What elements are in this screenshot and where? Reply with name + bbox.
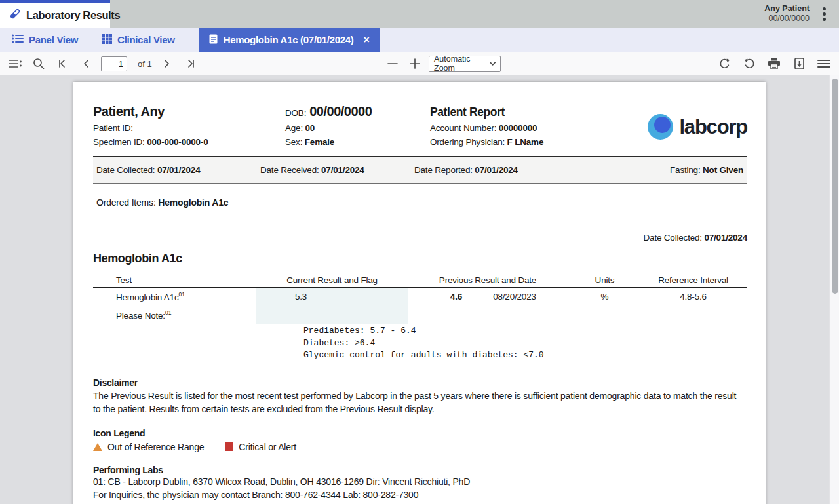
disclaimer-title: Disclaimer [93,378,747,388]
age-line: Age: 00 [285,123,430,133]
disclaimer-text: The Previous Result is listed for the mo… [93,389,745,416]
current-result-value: 5.3 [256,288,408,305]
please-note-row: Please Note:01 [93,305,747,324]
pdf-toolbar: of 1 [0,52,839,75]
col-test: Test [93,275,256,285]
next-page-button[interactable] [159,55,176,72]
previous-result-value: 4.6 [408,292,462,301]
last-page-button[interactable] [182,55,199,72]
tab-panel-view[interactable]: Panel View [0,28,90,52]
document-icon [209,34,218,46]
units-value: % [567,292,642,301]
previous-result-date: 08/20/2023 [462,292,567,301]
divider [93,366,747,366]
ordered-items-line: Ordered Items: Hemoglobin A1c [93,197,747,208]
tab-panel-view-label: Panel View [29,34,78,45]
report-info-block: Patient Report Account Number: 00000000 … [430,104,627,147]
col-units: Units [567,275,642,285]
test-name: Hemoglobin A1c01 [93,291,256,302]
toggle-sidebar-button[interactable] [7,55,24,72]
date-reported: Date Reported: 07/01/2024 [414,165,670,175]
divider [93,183,747,184]
patient-identity-block: Patient, Any Patient ID: Specimen ID: 00… [93,104,285,147]
patient-name: Patient, Any [93,104,285,119]
vertical-scrollbar[interactable] [829,75,839,504]
please-note-text: Prediabetes: 5.7 - 6.4 Diabetes: >6.4 Gl… [303,325,747,362]
search-icon[interactable] [30,55,47,72]
app-window: Laboratory Results Any Patient 00/00/000… [0,0,839,504]
zoom-level-value: Automatic Zoom [434,54,490,73]
ordering-physician-line: Ordering Physician: F LName [430,137,627,147]
report-header: Patient, Any Patient ID: Specimen ID: 00… [93,95,747,147]
report-title: Patient Report [430,104,627,119]
pdf-viewer-area: Patient, Any Patient ID: Specimen ID: 00… [0,75,839,504]
specimen-dates-row: Date Collected: 07/01/2024 Date Received… [93,157,747,183]
print-icon[interactable] [766,55,783,72]
performing-labs-title: Performing Labs [93,465,747,475]
section-title: Hemoglobin A1c [93,252,747,265]
rotate-clockwise-button[interactable] [716,55,733,72]
icon-legend-title: Icon Legend [93,428,747,438]
app-brand[interactable]: Laboratory Results [0,0,110,28]
tab-clinical-view[interactable]: Clinical View [90,28,187,52]
report-page: Patient, Any Patient ID: Specimen ID: 00… [73,82,766,504]
patient-context: Any Patient 00/00/0000 [764,4,810,24]
overflow-menu-button[interactable] [819,5,830,24]
patient-demographics-block: DOB: 00/00/0000 Age: 00 Sex: Female [285,104,430,147]
reference-interval-value: 4.8-5.6 [642,292,744,301]
scrollbar-thumb[interactable] [832,79,838,294]
section-date-collected: Date Collected: 07/01/2024 [93,233,747,242]
dob-line: DOB: 00/00/0000 [285,104,430,119]
performing-lab-contact-line: For Inquiries, the physician may contact… [93,488,747,501]
col-reference-interval: Reference Interval [642,275,744,285]
chevron-down-icon [490,62,496,66]
out-of-range-label: Out of Reference Range [107,442,204,452]
grid-icon [102,34,112,46]
labcorp-logo-text: labcorp [679,115,747,139]
page-count-label: of 1 [138,59,152,69]
zoom-out-button[interactable] [384,55,401,72]
patient-context-dob: 00/00/0000 [764,14,810,24]
patient-context-name: Any Patient [764,4,810,14]
performing-lab-line: 01: CB - Labcorp Dublin, 6370 Wilcox Roa… [93,475,747,488]
critical-alert-label: Critical or Alert [239,442,296,452]
tab-bar: Panel View Clinical View [0,28,839,52]
col-previous-result: Previous Result and Date [408,275,567,285]
results-table-header: Test Current Result and Flag Previous Re… [93,273,747,288]
tools-menu-icon[interactable] [815,55,832,72]
app-title: Laboratory Results [26,9,120,22]
test-tube-icon [9,7,22,23]
rotate-counterclockwise-button[interactable] [741,55,758,72]
previous-page-button[interactable] [77,55,94,72]
col-current-result: Current Result and Flag [256,275,408,285]
critical-alert-square-icon [225,442,233,451]
icon-legend-section: Icon Legend Out of Reference Range Criti… [93,428,747,452]
specimen-id-line: Specimen ID: 000-000-0000-0 [93,137,285,147]
tab-hemoglobin-a1c[interactable]: Hemoglobin A1c (07/01/2024) × [199,28,380,52]
sex-line: Sex: Female [285,137,430,147]
note-highlight-cell [256,305,408,324]
out-of-range-triangle-icon [93,443,102,451]
performing-labs-section: Performing Labs 01: CB - Labcorp Dublin,… [93,465,747,501]
patient-id-line: Patient ID: [93,123,285,133]
page-number-input[interactable] [101,56,127,71]
zoom-in-button[interactable] [406,55,423,72]
download-icon[interactable] [790,55,808,72]
fasting-status: Fasting: Not Given [670,165,743,175]
table-row: Hemoglobin A1c01 5.3 4.6 08/20/2023 % 4.… [93,288,747,305]
date-received: Date Received: 07/01/2024 [260,165,414,175]
zoom-level-select[interactable]: Automatic Zoom [429,56,501,72]
list-icon [12,34,24,45]
labcorp-logo: labcorp [627,104,747,147]
divider [93,218,747,218]
disclaimer-section: Disclaimer The Previous Result is listed… [93,378,747,416]
date-collected: Date Collected: 07/01/2024 [96,165,260,175]
tab-clinical-view-label: Clinical View [117,34,175,45]
labcorp-logo-icon [648,114,673,140]
results-table: Test Current Result and Flag Previous Re… [93,273,747,366]
please-note-label: Please Note:01 [93,309,256,320]
top-header: Laboratory Results Any Patient 00/00/000… [0,0,839,28]
close-tab-icon[interactable]: × [364,35,370,45]
account-number-line: Account Number: 00000000 [430,123,627,133]
first-page-button[interactable] [54,55,71,72]
